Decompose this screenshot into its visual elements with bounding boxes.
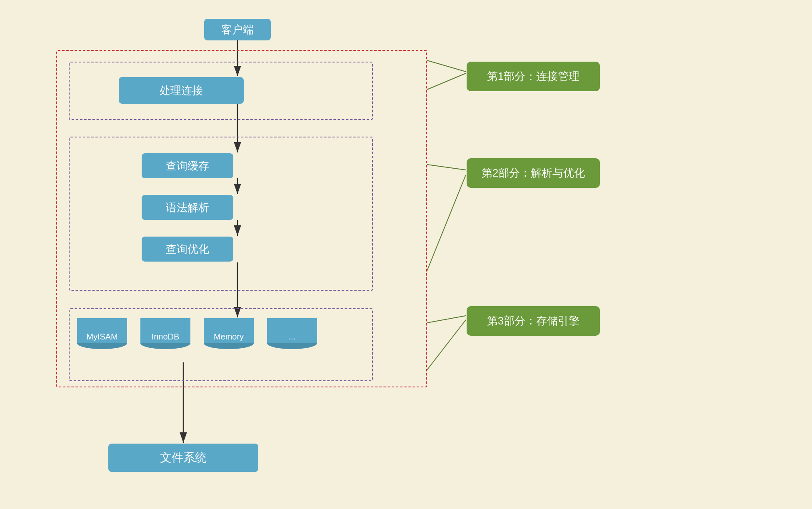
handle-connection-node: 处理连接 [119,77,244,104]
svg-line-9 [427,165,466,170]
svg-line-11 [427,316,466,323]
innodb-cylinder: InnoDB [140,318,190,355]
myisam-cylinder: MyISAM [77,318,127,355]
myisam-label: MyISAM [86,332,118,342]
filesystem-label: 文件系统 [160,450,207,466]
svg-line-8 [427,60,466,72]
filesystem-node: 文件系统 [108,444,258,472]
other-cylinder: ... [267,318,317,355]
memory-label: Memory [214,332,244,342]
syntax-parse-node: 语法解析 [142,195,233,220]
callout-section3: 第3部分：存储引擎 [467,306,600,336]
storage-engines-group: MyISAM InnoDB Memory [77,318,317,355]
other-label: ... [289,332,296,342]
diagram-container: 客户端 处理连接 查询缓存 语法解析 查询优化 MyISAM [0,0,812,509]
callout-section1-label: 第1部分：连接管理 [487,69,580,84]
callout-section3-label: 第3部分：存储引擎 [487,314,580,328]
query-optimize-label: 查询优化 [166,242,209,257]
callout-section1: 第1部分：连接管理 [467,62,600,91]
query-cache-node: 查询缓存 [142,153,233,178]
callout-section2-label: 第2部分：解析与优化 [482,166,585,180]
svg-line-7 [427,73,466,90]
handle-connection-label: 处理连接 [160,83,203,98]
svg-line-12 [427,320,466,370]
client-node: 客户端 [204,19,271,40]
callout-section2: 第2部分：解析与优化 [467,158,600,188]
svg-line-10 [427,175,466,271]
client-label: 客户端 [221,22,254,37]
innodb-label: InnoDB [152,332,180,342]
memory-cylinder: Memory [204,318,254,355]
query-optimize-node: 查询优化 [142,237,233,262]
syntax-parse-label: 语法解析 [166,200,209,215]
query-cache-label: 查询缓存 [166,159,209,173]
